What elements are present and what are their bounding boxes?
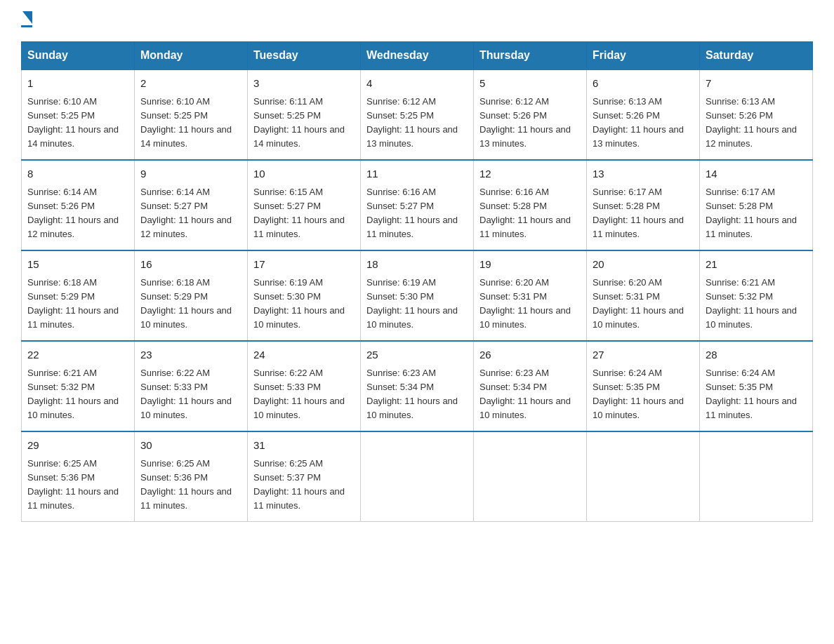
table-row: 1 Sunrise: 6:10 AMSunset: 5:25 PMDayligh… bbox=[22, 69, 135, 160]
day-number: 13 bbox=[593, 166, 694, 182]
day-number: 29 bbox=[27, 438, 128, 454]
col-friday: Friday bbox=[587, 42, 700, 70]
col-thursday: Thursday bbox=[474, 42, 587, 70]
table-row bbox=[474, 431, 587, 522]
day-number: 31 bbox=[253, 438, 355, 454]
table-row: 20 Sunrise: 6:20 AMSunset: 5:31 PMDaylig… bbox=[587, 250, 700, 341]
day-number: 11 bbox=[366, 166, 468, 182]
day-info: Sunrise: 6:12 AMSunset: 5:26 PMDaylight:… bbox=[479, 95, 581, 152]
col-wednesday: Wednesday bbox=[361, 42, 474, 70]
day-number: 27 bbox=[593, 347, 694, 363]
table-row: 16 Sunrise: 6:18 AMSunset: 5:29 PMDaylig… bbox=[135, 250, 248, 341]
col-monday: Monday bbox=[135, 42, 248, 70]
col-tuesday: Tuesday bbox=[248, 42, 361, 70]
table-row bbox=[587, 431, 700, 522]
day-info: Sunrise: 6:20 AMSunset: 5:31 PMDaylight:… bbox=[593, 276, 694, 333]
day-info: Sunrise: 6:14 AMSunset: 5:27 PMDaylight:… bbox=[140, 185, 241, 242]
day-number: 18 bbox=[366, 257, 468, 273]
calendar-week-row: 29 Sunrise: 6:25 AMSunset: 5:36 PMDaylig… bbox=[22, 431, 813, 522]
day-number: 23 bbox=[140, 347, 241, 363]
day-number: 19 bbox=[479, 257, 581, 273]
table-row: 27 Sunrise: 6:24 AMSunset: 5:35 PMDaylig… bbox=[587, 341, 700, 431]
table-row: 10 Sunrise: 6:15 AMSunset: 5:27 PMDaylig… bbox=[248, 160, 361, 250]
day-info: Sunrise: 6:15 AMSunset: 5:27 PMDaylight:… bbox=[253, 185, 355, 242]
page-header bbox=[21, 14, 813, 27]
day-number: 16 bbox=[140, 257, 241, 273]
day-info: Sunrise: 6:13 AMSunset: 5:26 PMDaylight:… bbox=[706, 95, 807, 152]
logo-blue-part bbox=[21, 14, 32, 24]
day-number: 1 bbox=[27, 76, 128, 92]
day-number: 10 bbox=[253, 166, 355, 182]
calendar-week-row: 8 Sunrise: 6:14 AMSunset: 5:26 PMDayligh… bbox=[22, 160, 813, 250]
day-number: 30 bbox=[140, 438, 241, 454]
calendar-week-row: 15 Sunrise: 6:18 AMSunset: 5:29 PMDaylig… bbox=[22, 250, 813, 341]
day-info: Sunrise: 6:21 AMSunset: 5:32 PMDaylight:… bbox=[706, 276, 807, 333]
day-info: Sunrise: 6:16 AMSunset: 5:28 PMDaylight:… bbox=[479, 185, 581, 242]
day-info: Sunrise: 6:23 AMSunset: 5:34 PMDaylight:… bbox=[479, 366, 581, 423]
day-info: Sunrise: 6:24 AMSunset: 5:35 PMDaylight:… bbox=[593, 366, 694, 423]
day-info: Sunrise: 6:25 AMSunset: 5:37 PMDaylight:… bbox=[253, 457, 355, 514]
col-saturday: Saturday bbox=[700, 42, 813, 70]
day-info: Sunrise: 6:20 AMSunset: 5:31 PMDaylight:… bbox=[479, 276, 581, 333]
table-row: 30 Sunrise: 6:25 AMSunset: 5:36 PMDaylig… bbox=[135, 431, 248, 522]
day-info: Sunrise: 6:19 AMSunset: 5:30 PMDaylight:… bbox=[366, 276, 468, 333]
table-row: 4 Sunrise: 6:12 AMSunset: 5:25 PMDayligh… bbox=[361, 69, 474, 160]
day-info: Sunrise: 6:11 AMSunset: 5:25 PMDaylight:… bbox=[253, 95, 355, 152]
day-number: 12 bbox=[479, 166, 581, 182]
table-row: 13 Sunrise: 6:17 AMSunset: 5:28 PMDaylig… bbox=[587, 160, 700, 250]
table-row bbox=[700, 431, 813, 522]
table-row: 17 Sunrise: 6:19 AMSunset: 5:30 PMDaylig… bbox=[248, 250, 361, 341]
day-number: 15 bbox=[27, 257, 128, 273]
logo-underline bbox=[21, 25, 32, 27]
table-row: 31 Sunrise: 6:25 AMSunset: 5:37 PMDaylig… bbox=[248, 431, 361, 522]
table-row: 21 Sunrise: 6:21 AMSunset: 5:32 PMDaylig… bbox=[700, 250, 813, 341]
table-row: 11 Sunrise: 6:16 AMSunset: 5:27 PMDaylig… bbox=[361, 160, 474, 250]
day-info: Sunrise: 6:22 AMSunset: 5:33 PMDaylight:… bbox=[140, 366, 241, 423]
day-number: 28 bbox=[706, 347, 807, 363]
logo-triangle-icon bbox=[22, 11, 32, 24]
table-row: 15 Sunrise: 6:18 AMSunset: 5:29 PMDaylig… bbox=[22, 250, 135, 341]
calendar-header-row: Sunday Monday Tuesday Wednesday Thursday… bbox=[22, 42, 813, 70]
day-number: 9 bbox=[140, 166, 241, 182]
logo bbox=[21, 14, 32, 27]
calendar-week-row: 22 Sunrise: 6:21 AMSunset: 5:32 PMDaylig… bbox=[22, 341, 813, 431]
table-row: 6 Sunrise: 6:13 AMSunset: 5:26 PMDayligh… bbox=[587, 69, 700, 160]
day-number: 4 bbox=[366, 76, 468, 92]
day-info: Sunrise: 6:13 AMSunset: 5:26 PMDaylight:… bbox=[593, 95, 694, 152]
table-row: 9 Sunrise: 6:14 AMSunset: 5:27 PMDayligh… bbox=[135, 160, 248, 250]
calendar-table: Sunday Monday Tuesday Wednesday Thursday… bbox=[21, 41, 813, 522]
day-info: Sunrise: 6:19 AMSunset: 5:30 PMDaylight:… bbox=[253, 276, 355, 333]
day-number: 3 bbox=[253, 76, 355, 92]
table-row: 26 Sunrise: 6:23 AMSunset: 5:34 PMDaylig… bbox=[474, 341, 587, 431]
col-sunday: Sunday bbox=[22, 42, 135, 70]
day-number: 24 bbox=[253, 347, 355, 363]
table-row: 23 Sunrise: 6:22 AMSunset: 5:33 PMDaylig… bbox=[135, 341, 248, 431]
table-row: 19 Sunrise: 6:20 AMSunset: 5:31 PMDaylig… bbox=[474, 250, 587, 341]
day-number: 17 bbox=[253, 257, 355, 273]
table-row: 12 Sunrise: 6:16 AMSunset: 5:28 PMDaylig… bbox=[474, 160, 587, 250]
day-info: Sunrise: 6:25 AMSunset: 5:36 PMDaylight:… bbox=[27, 457, 128, 514]
day-number: 6 bbox=[593, 76, 694, 92]
day-number: 8 bbox=[27, 166, 128, 182]
day-info: Sunrise: 6:25 AMSunset: 5:36 PMDaylight:… bbox=[140, 457, 241, 514]
day-number: 22 bbox=[27, 347, 128, 363]
day-info: Sunrise: 6:10 AMSunset: 5:25 PMDaylight:… bbox=[27, 95, 128, 152]
table-row: 3 Sunrise: 6:11 AMSunset: 5:25 PMDayligh… bbox=[248, 69, 361, 160]
day-info: Sunrise: 6:17 AMSunset: 5:28 PMDaylight:… bbox=[593, 185, 694, 242]
day-info: Sunrise: 6:23 AMSunset: 5:34 PMDaylight:… bbox=[366, 366, 468, 423]
table-row: 14 Sunrise: 6:17 AMSunset: 5:28 PMDaylig… bbox=[700, 160, 813, 250]
table-row: 24 Sunrise: 6:22 AMSunset: 5:33 PMDaylig… bbox=[248, 341, 361, 431]
day-number: 5 bbox=[479, 76, 581, 92]
day-info: Sunrise: 6:17 AMSunset: 5:28 PMDaylight:… bbox=[706, 185, 807, 242]
day-info: Sunrise: 6:18 AMSunset: 5:29 PMDaylight:… bbox=[140, 276, 241, 333]
table-row: 7 Sunrise: 6:13 AMSunset: 5:26 PMDayligh… bbox=[700, 69, 813, 160]
table-row: 25 Sunrise: 6:23 AMSunset: 5:34 PMDaylig… bbox=[361, 341, 474, 431]
table-row: 2 Sunrise: 6:10 AMSunset: 5:25 PMDayligh… bbox=[135, 69, 248, 160]
day-info: Sunrise: 6:18 AMSunset: 5:29 PMDaylight:… bbox=[27, 276, 128, 333]
day-number: 26 bbox=[479, 347, 581, 363]
calendar-week-row: 1 Sunrise: 6:10 AMSunset: 5:25 PMDayligh… bbox=[22, 69, 813, 160]
day-info: Sunrise: 6:22 AMSunset: 5:33 PMDaylight:… bbox=[253, 366, 355, 423]
table-row: 8 Sunrise: 6:14 AMSunset: 5:26 PMDayligh… bbox=[22, 160, 135, 250]
table-row: 18 Sunrise: 6:19 AMSunset: 5:30 PMDaylig… bbox=[361, 250, 474, 341]
day-info: Sunrise: 6:21 AMSunset: 5:32 PMDaylight:… bbox=[27, 366, 128, 423]
